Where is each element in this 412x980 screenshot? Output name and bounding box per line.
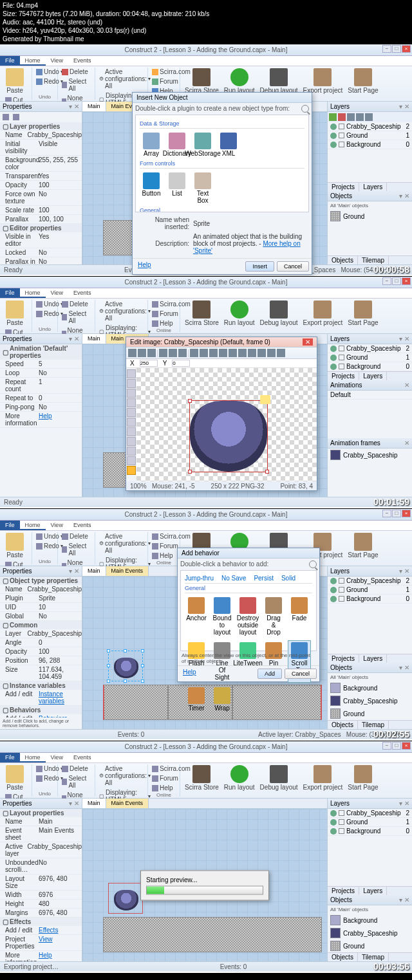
cut-icon[interactable]: [159, 349, 167, 357]
prop-row[interactable]: PluginSprite: [0, 594, 82, 603]
prop-row[interactable]: Opacity100: [0, 181, 82, 190]
paste-icon[interactable]: [178, 349, 187, 357]
rotate-l-icon[interactable]: [190, 349, 198, 357]
active-config[interactable]: ⚙ Active configurations: All ▾: [98, 68, 152, 90]
prop-row[interactable]: Active layerCrabby_Spaceship: [0, 842, 82, 858]
prop-row[interactable]: Ping-pongNo: [0, 403, 82, 412]
layer-row[interactable]: Crabby_Spaceship2: [328, 344, 412, 353]
prop-row[interactable]: Add / editInstance variables: [0, 690, 82, 706]
close-button[interactable]: ×: [402, 45, 411, 53]
add-button[interactable]: Add: [258, 669, 282, 679]
behavior-destroy-outside-layout[interactable]: Destroy outside layout: [236, 595, 259, 638]
layer-row[interactable]: Ground1: [328, 586, 412, 595]
tilemap-tab[interactable]: Tilemap: [358, 256, 389, 264]
run-button[interactable]: Run layout: [222, 68, 257, 95]
export-button[interactable]: Export project: [301, 68, 345, 95]
layer-row[interactable]: Crabby_Spaceship2: [328, 577, 412, 586]
prop-row[interactable]: NameCrabby_Spaceship: [0, 585, 82, 594]
new-icon[interactable]: [128, 349, 136, 357]
image-editor-canvas[interactable]: [136, 368, 317, 481]
search-icon[interactable]: [301, 105, 309, 113]
layer-row[interactable]: Crabby_Spaceship2: [328, 122, 412, 131]
prop-row[interactable]: LockedNo: [0, 248, 82, 257]
prop-row[interactable]: Scale rate100: [0, 206, 82, 215]
layer-row[interactable]: Ground1: [328, 818, 412, 827]
search-icon[interactable]: [309, 560, 317, 568]
prop-row[interactable]: Event sheetMain Events: [0, 826, 82, 842]
prop-row[interactable]: LayerCrabby_Spaceship: [0, 629, 82, 638]
prop-row[interactable]: Unbounded scrolli…No: [0, 858, 82, 874]
plugin-xml[interactable]: XML: [217, 131, 240, 159]
help-link[interactable]: Help: [135, 261, 243, 272]
prop-row[interactable]: Repeat to0: [0, 394, 82, 403]
objects-tab[interactable]: Objects: [328, 256, 358, 264]
selectall-button[interactable]: Select All: [61, 77, 92, 93]
prop-row[interactable]: Repeat count1: [0, 378, 82, 394]
layers-tab[interactable]: Layers: [359, 183, 387, 191]
help-link[interactable]: Help: [180, 669, 255, 679]
home-tab[interactable]: Home: [20, 56, 46, 66]
imagepoints-tool[interactable]: [127, 456, 136, 465]
pencil-tool[interactable]: [127, 379, 136, 388]
plugin-button[interactable]: Button: [140, 171, 163, 206]
zoom-out-icon[interactable]: [258, 349, 266, 357]
plugin-webstorage[interactable]: WebStorage: [191, 131, 214, 159]
prop-row[interactable]: Opacity100: [0, 647, 82, 656]
zoom-fit-icon[interactable]: [267, 349, 276, 357]
layer-row[interactable]: Crabby_Spaceship2: [328, 809, 412, 818]
flip-h-icon[interactable]: [209, 349, 218, 357]
rotate-r-icon[interactable]: [200, 349, 208, 357]
minimize-button[interactable]: −: [382, 45, 391, 53]
cancel-button[interactable]: Cancel: [285, 669, 317, 679]
behavior-wrap[interactable]: Wrap: [211, 685, 234, 714]
picker-tool[interactable]: [127, 437, 136, 446]
plugin-text-box[interactable]: Text Box: [191, 171, 214, 206]
behavior-bound-to-layout[interactable]: Bound to layout: [211, 595, 234, 638]
prop-row[interactable]: Width6976: [0, 891, 82, 900]
layer-row[interactable]: Background0: [328, 827, 412, 836]
origin-tool[interactable]: [127, 447, 136, 456]
layer-row[interactable]: Background0: [328, 140, 412, 149]
behavior-anchor[interactable]: Anchor: [185, 595, 208, 638]
file-tab[interactable]: File: [0, 56, 20, 66]
brush-tool[interactable]: [127, 389, 136, 398]
prop-row[interactable]: Layout Size6976, 480: [0, 874, 82, 891]
plugin-array[interactable]: Array: [140, 131, 163, 159]
prop-row[interactable]: Parallax100, 100: [0, 215, 82, 224]
prop-row[interactable]: Initial visibilityVisible: [0, 140, 82, 156]
prop-row[interactable]: Parallax in editorNo: [0, 257, 82, 264]
layer-row[interactable]: Background0: [328, 362, 412, 371]
zoom-in-icon[interactable]: [248, 349, 256, 357]
prop-row[interactable]: Size117.634, 104.459: [0, 665, 82, 681]
prop-row[interactable]: NameMain: [0, 817, 82, 826]
save-icon[interactable]: [147, 349, 156, 357]
layer-row[interactable]: Ground1: [328, 353, 412, 362]
debug-button[interactable]: Debug layout: [258, 68, 300, 95]
layer-row[interactable]: Background0: [328, 595, 412, 604]
prop-row[interactable]: Margins6976, 480: [0, 909, 82, 918]
maximize-button[interactable]: □: [392, 45, 401, 53]
prop-row[interactable]: Angle0: [0, 638, 82, 647]
store-button[interactable]: Scirra Store: [183, 68, 221, 95]
select-tool[interactable]: [127, 369, 136, 378]
view-tab[interactable]: View: [46, 56, 68, 66]
prop-row[interactable]: Speed5: [0, 360, 82, 369]
sprite-selection[interactable]: [108, 651, 143, 681]
projects-tab[interactable]: Projects: [328, 183, 359, 191]
cancel-button[interactable]: Cancel: [277, 261, 309, 272]
prop-row[interactable]: Force own textureNo: [0, 190, 82, 206]
object-item[interactable]: Ground: [328, 210, 412, 223]
layer-row[interactable]: Ground1: [328, 131, 412, 140]
line-tool[interactable]: [127, 408, 136, 417]
prop-row[interactable]: Position96, 288: [0, 656, 82, 665]
prop-row[interactable]: Height480: [0, 900, 82, 909]
rect-tool[interactable]: [127, 418, 136, 427]
grid-icon[interactable]: [277, 349, 285, 357]
prop-row[interactable]: TransparentYes: [0, 172, 82, 181]
prop-row[interactable]: LoopNo: [0, 369, 82, 378]
events-tab[interactable]: Events: [68, 56, 97, 66]
plugin-list[interactable]: List: [165, 171, 189, 206]
close-icon[interactable]: ▾ ✕: [69, 103, 79, 110]
collision-tool[interactable]: [127, 466, 136, 475]
flip-v-icon[interactable]: [219, 349, 227, 357]
